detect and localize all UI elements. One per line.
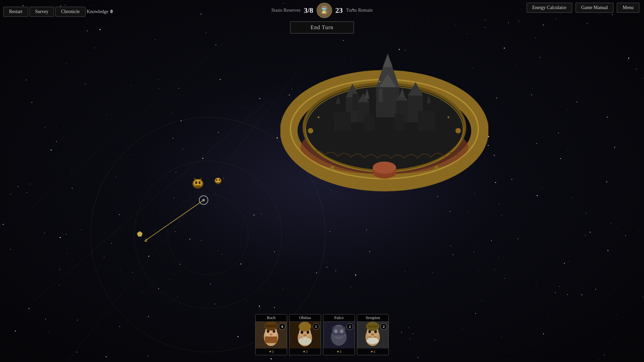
char-portrait-roch: 4	[256, 322, 287, 349]
svg-rect-62	[265, 337, 277, 343]
unit-a[interactable]	[191, 177, 205, 190]
svg-point-50	[195, 185, 201, 189]
char-energy-fulco: 2	[346, 323, 353, 330]
stasis-row: Stasis Reserves 3/8 ⌛ 23 Turns Remain	[265, 0, 379, 21]
knowledge-label: Knowledge	[87, 9, 109, 14]
svg-point-87	[371, 334, 374, 336]
svg-point-70	[303, 334, 307, 336]
svg-point-18	[373, 162, 396, 174]
svg-point-54	[219, 179, 220, 181]
svg-point-14	[330, 166, 334, 170]
char-portrait-serapion: 2	[357, 322, 388, 349]
svg-rect-37	[364, 115, 374, 131]
turns-remain-number: 23	[335, 6, 343, 15]
survey-button[interactable]: Survey	[30, 7, 54, 17]
svg-point-80	[340, 329, 343, 333]
stasis-current: 3/8	[304, 6, 313, 15]
char-stars-roch: ✦3	[256, 349, 287, 355]
char-name-serapion: Serapion	[357, 314, 388, 322]
svg-text:✦: ✦	[446, 115, 450, 120]
menu-button[interactable]: Menu	[617, 3, 639, 13]
char-card-obitius[interactable]: Obitius 5 ✦3	[289, 314, 321, 355]
svg-rect-64	[265, 325, 276, 327]
hourglass-icon: ⌛	[317, 3, 332, 18]
svg-text:✦: ✦	[317, 115, 321, 120]
char-card-serapion[interactable]: Serapion 2 ✦3	[357, 314, 389, 355]
char-portrait-obitius: 5	[289, 322, 321, 349]
city-structure[interactable]: ✦ ✦ ✦	[280, 27, 488, 194]
center-hud: Stasis Reserves 3/8 ⌛ 23 Turns Remain En…	[265, 0, 379, 34]
svg-rect-40	[379, 89, 383, 102]
svg-point-47	[199, 181, 201, 184]
game-manual-button[interactable]: Game Manual	[576, 3, 614, 13]
svg-point-12	[308, 128, 313, 133]
svg-point-61	[269, 334, 273, 336]
svg-line-3	[34, 101, 268, 302]
char-stars-serapion: ✦3	[357, 349, 388, 355]
svg-point-1	[134, 161, 282, 308]
svg-line-5	[0, 34, 235, 235]
svg-point-72	[299, 322, 311, 331]
end-turn-button[interactable]: End Turn	[290, 21, 354, 34]
svg-rect-90	[368, 325, 377, 328]
unit-e2-icon: ⬟	[137, 230, 143, 238]
character-cards: Roch 4 ✦3 Obitius	[255, 314, 389, 355]
svg-point-15	[434, 166, 438, 170]
svg-point-55	[216, 182, 220, 185]
right-top-buttons: Energy Calculator Game Manual Menu	[527, 3, 641, 13]
svg-point-53	[216, 179, 217, 181]
svg-point-88	[367, 338, 378, 344]
char-energy-roch: 4	[279, 323, 285, 330]
char-stars-fulco: ✦3	[323, 349, 355, 355]
char-energy-serapion: 2	[380, 323, 387, 330]
char-energy-obitius: 5	[313, 323, 319, 330]
chronicle-button[interactable]: Chronicle	[55, 7, 85, 17]
restart-button[interactable]: Restart	[3, 7, 28, 17]
char-stars-obitius: ✦3	[289, 349, 321, 355]
energy-calculator-button[interactable]: Energy Calculator	[527, 3, 572, 13]
turns-remain-label: Turns Remain	[346, 8, 373, 13]
target-marker-center	[202, 199, 205, 201]
char-card-fulco[interactable]: Fulco 2 ✦3	[323, 314, 355, 355]
svg-point-2	[168, 194, 248, 275]
char-name-fulco: Fulco	[323, 314, 355, 322]
svg-rect-38	[394, 114, 405, 131]
unit-e2-label: 2	[145, 238, 148, 243]
char-portrait-fulco: 2	[323, 322, 355, 349]
char-card-roch[interactable]: Roch 4 ✦3	[255, 314, 287, 355]
svg-point-79	[334, 329, 337, 333]
knowledge-display: Knowledge 0	[87, 9, 113, 14]
svg-marker-39	[383, 54, 393, 67]
svg-point-46	[195, 181, 197, 184]
stasis-label: Stasis Reserves	[271, 8, 301, 13]
svg-point-71	[298, 337, 311, 345]
unit-b[interactable]	[213, 176, 223, 186]
svg-rect-36	[418, 111, 435, 131]
svg-rect-35	[334, 112, 351, 131]
svg-point-13	[455, 128, 461, 133]
knowledge-value: 0	[110, 9, 113, 14]
char-name-obitius: Obitius	[289, 314, 321, 322]
svg-text:✦: ✦	[378, 79, 381, 84]
target-marker	[199, 195, 208, 205]
char-name-roch: Roch	[256, 314, 287, 322]
